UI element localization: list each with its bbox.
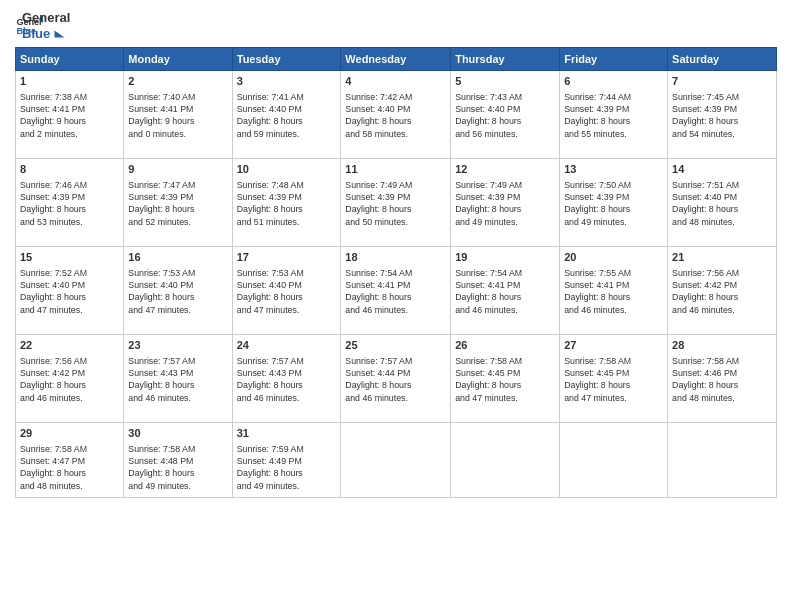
calendar-cell: 1Sunrise: 7:38 AMSunset: 4:41 PMDaylight…	[16, 71, 124, 159]
day-info: Sunrise: 7:46 AMSunset: 4:39 PMDaylight:…	[20, 179, 119, 228]
day-info: Sunrise: 7:52 AMSunset: 4:40 PMDaylight:…	[20, 267, 119, 316]
day-number: 2	[128, 74, 227, 89]
calendar-cell: 28Sunrise: 7:58 AMSunset: 4:46 PMDayligh…	[668, 335, 777, 423]
calendar-cell: 18Sunrise: 7:54 AMSunset: 4:41 PMDayligh…	[341, 247, 451, 335]
day-number: 24	[237, 338, 337, 353]
day-info: Sunrise: 7:42 AMSunset: 4:40 PMDaylight:…	[345, 91, 446, 140]
day-number: 27	[564, 338, 663, 353]
day-info: Sunrise: 7:58 AMSunset: 4:48 PMDaylight:…	[128, 443, 227, 492]
day-number: 21	[672, 250, 772, 265]
page-container: General Blue General Blue SundayMondayTu…	[0, 0, 792, 503]
day-number: 18	[345, 250, 446, 265]
day-info: Sunrise: 7:56 AMSunset: 4:42 PMDaylight:…	[672, 267, 772, 316]
weekday-header-friday: Friday	[560, 48, 668, 71]
calendar-cell: 25Sunrise: 7:57 AMSunset: 4:44 PMDayligh…	[341, 335, 451, 423]
day-info: Sunrise: 7:59 AMSunset: 4:49 PMDaylight:…	[237, 443, 337, 492]
day-info: Sunrise: 7:48 AMSunset: 4:39 PMDaylight:…	[237, 179, 337, 228]
calendar-cell	[668, 423, 777, 498]
day-info: Sunrise: 7:44 AMSunset: 4:39 PMDaylight:…	[564, 91, 663, 140]
calendar-cell: 6Sunrise: 7:44 AMSunset: 4:39 PMDaylight…	[560, 71, 668, 159]
day-number: 14	[672, 162, 772, 177]
day-info: Sunrise: 7:54 AMSunset: 4:41 PMDaylight:…	[455, 267, 555, 316]
day-number: 29	[20, 426, 119, 441]
calendar-cell: 14Sunrise: 7:51 AMSunset: 4:40 PMDayligh…	[668, 159, 777, 247]
day-info: Sunrise: 7:58 AMSunset: 4:45 PMDaylight:…	[564, 355, 663, 404]
day-info: Sunrise: 7:47 AMSunset: 4:39 PMDaylight:…	[128, 179, 227, 228]
day-number: 13	[564, 162, 663, 177]
calendar-cell: 13Sunrise: 7:50 AMSunset: 4:39 PMDayligh…	[560, 159, 668, 247]
day-number: 16	[128, 250, 227, 265]
weekday-header-monday: Monday	[124, 48, 232, 71]
calendar-cell: 5Sunrise: 7:43 AMSunset: 4:40 PMDaylight…	[451, 71, 560, 159]
day-number: 28	[672, 338, 772, 353]
weekday-header-saturday: Saturday	[668, 48, 777, 71]
day-number: 3	[237, 74, 337, 89]
day-number: 10	[237, 162, 337, 177]
day-info: Sunrise: 7:58 AMSunset: 4:45 PMDaylight:…	[455, 355, 555, 404]
day-number: 17	[237, 250, 337, 265]
weekday-header-wednesday: Wednesday	[341, 48, 451, 71]
day-info: Sunrise: 7:58 AMSunset: 4:47 PMDaylight:…	[20, 443, 119, 492]
day-info: Sunrise: 7:49 AMSunset: 4:39 PMDaylight:…	[345, 179, 446, 228]
day-info: Sunrise: 7:40 AMSunset: 4:41 PMDaylight:…	[128, 91, 227, 140]
calendar-cell: 12Sunrise: 7:49 AMSunset: 4:39 PMDayligh…	[451, 159, 560, 247]
calendar-cell	[560, 423, 668, 498]
day-info: Sunrise: 7:41 AMSunset: 4:40 PMDaylight:…	[237, 91, 337, 140]
day-number: 20	[564, 250, 663, 265]
day-number: 15	[20, 250, 119, 265]
calendar-cell: 27Sunrise: 7:58 AMSunset: 4:45 PMDayligh…	[560, 335, 668, 423]
day-info: Sunrise: 7:38 AMSunset: 4:41 PMDaylight:…	[20, 91, 119, 140]
day-number: 6	[564, 74, 663, 89]
weekday-header-tuesday: Tuesday	[232, 48, 341, 71]
day-info: Sunrise: 7:45 AMSunset: 4:39 PMDaylight:…	[672, 91, 772, 140]
day-number: 22	[20, 338, 119, 353]
calendar-cell: 31Sunrise: 7:59 AMSunset: 4:49 PMDayligh…	[232, 423, 341, 498]
calendar-cell: 10Sunrise: 7:48 AMSunset: 4:39 PMDayligh…	[232, 159, 341, 247]
day-number: 4	[345, 74, 446, 89]
calendar-cell: 3Sunrise: 7:41 AMSunset: 4:40 PMDaylight…	[232, 71, 341, 159]
calendar-cell	[341, 423, 451, 498]
day-number: 31	[237, 426, 337, 441]
day-number: 5	[455, 74, 555, 89]
calendar-cell: 20Sunrise: 7:55 AMSunset: 4:41 PMDayligh…	[560, 247, 668, 335]
day-info: Sunrise: 7:58 AMSunset: 4:46 PMDaylight:…	[672, 355, 772, 404]
day-number: 12	[455, 162, 555, 177]
day-number: 7	[672, 74, 772, 89]
calendar-cell: 2Sunrise: 7:40 AMSunset: 4:41 PMDaylight…	[124, 71, 232, 159]
calendar-cell: 24Sunrise: 7:57 AMSunset: 4:43 PMDayligh…	[232, 335, 341, 423]
calendar-cell: 15Sunrise: 7:52 AMSunset: 4:40 PMDayligh…	[16, 247, 124, 335]
calendar-table: SundayMondayTuesdayWednesdayThursdayFrid…	[15, 47, 777, 498]
day-info: Sunrise: 7:51 AMSunset: 4:40 PMDaylight:…	[672, 179, 772, 228]
day-number: 19	[455, 250, 555, 265]
day-info: Sunrise: 7:53 AMSunset: 4:40 PMDaylight:…	[128, 267, 227, 316]
calendar-cell: 22Sunrise: 7:56 AMSunset: 4:42 PMDayligh…	[16, 335, 124, 423]
day-info: Sunrise: 7:43 AMSunset: 4:40 PMDaylight:…	[455, 91, 555, 140]
day-info: Sunrise: 7:49 AMSunset: 4:39 PMDaylight:…	[455, 179, 555, 228]
day-number: 26	[455, 338, 555, 353]
day-number: 30	[128, 426, 227, 441]
day-info: Sunrise: 7:57 AMSunset: 4:43 PMDaylight:…	[237, 355, 337, 404]
calendar-cell: 4Sunrise: 7:42 AMSunset: 4:40 PMDaylight…	[341, 71, 451, 159]
weekday-header-thursday: Thursday	[451, 48, 560, 71]
calendar-cell: 30Sunrise: 7:58 AMSunset: 4:48 PMDayligh…	[124, 423, 232, 498]
day-info: Sunrise: 7:54 AMSunset: 4:41 PMDaylight:…	[345, 267, 446, 316]
day-info: Sunrise: 7:56 AMSunset: 4:42 PMDaylight:…	[20, 355, 119, 404]
header: General Blue General Blue	[15, 10, 777, 41]
calendar-cell: 11Sunrise: 7:49 AMSunset: 4:39 PMDayligh…	[341, 159, 451, 247]
logo: General Blue General Blue	[15, 10, 70, 41]
logo-text-blue: Blue	[22, 26, 70, 42]
calendar-cell: 16Sunrise: 7:53 AMSunset: 4:40 PMDayligh…	[124, 247, 232, 335]
day-info: Sunrise: 7:50 AMSunset: 4:39 PMDaylight:…	[564, 179, 663, 228]
calendar-cell: 21Sunrise: 7:56 AMSunset: 4:42 PMDayligh…	[668, 247, 777, 335]
weekday-header-sunday: Sunday	[16, 48, 124, 71]
day-number: 11	[345, 162, 446, 177]
calendar-cell: 26Sunrise: 7:58 AMSunset: 4:45 PMDayligh…	[451, 335, 560, 423]
calendar-cell: 7Sunrise: 7:45 AMSunset: 4:39 PMDaylight…	[668, 71, 777, 159]
calendar-cell: 19Sunrise: 7:54 AMSunset: 4:41 PMDayligh…	[451, 247, 560, 335]
calendar-cell: 17Sunrise: 7:53 AMSunset: 4:40 PMDayligh…	[232, 247, 341, 335]
calendar-cell: 9Sunrise: 7:47 AMSunset: 4:39 PMDaylight…	[124, 159, 232, 247]
day-number: 8	[20, 162, 119, 177]
day-info: Sunrise: 7:53 AMSunset: 4:40 PMDaylight:…	[237, 267, 337, 316]
day-number: 25	[345, 338, 446, 353]
day-info: Sunrise: 7:57 AMSunset: 4:44 PMDaylight:…	[345, 355, 446, 404]
